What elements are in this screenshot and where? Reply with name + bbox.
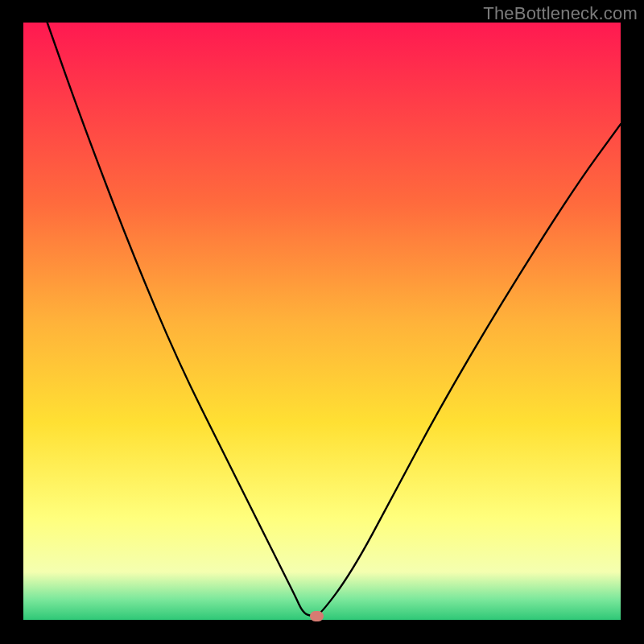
chart-frame: TheBottleneck.com — [0, 0, 644, 644]
watermark-text: TheBottleneck.com — [483, 3, 638, 24]
bottleneck-curve — [23, 23, 621, 620]
plot-area — [23, 23, 621, 620]
minimum-marker — [310, 611, 324, 621]
